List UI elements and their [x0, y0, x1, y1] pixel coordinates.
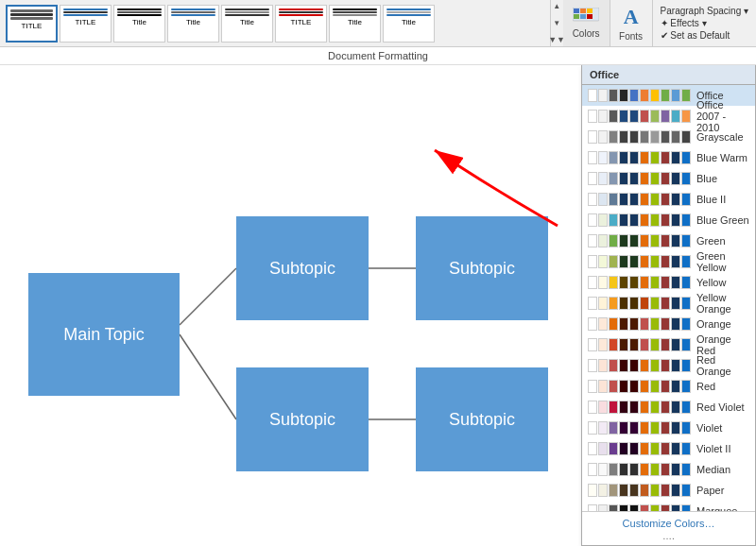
swatch-7-3	[619, 234, 628, 247]
swatch-16-3	[619, 421, 628, 435]
subtopic1-label: Subtopic	[269, 259, 335, 279]
swatch-1-6	[650, 110, 660, 123]
theme-name-19: Paper	[696, 485, 724, 496]
paragraph-spacing-btn[interactable]: Paragraph Spacing ▾	[661, 6, 748, 16]
colors-button[interactable]: Colors	[563, 0, 610, 46]
swatch-4-6	[650, 172, 660, 185]
theme-item-6[interactable]: Blue Green	[582, 210, 755, 230]
theme-item-1[interactable]: Office 2007 - 2010	[582, 106, 755, 127]
swatch-10-1	[598, 297, 608, 310]
theme-item-16[interactable]: Violet	[582, 418, 755, 438]
swatch-19-0	[588, 484, 597, 497]
swatch-1-5	[640, 110, 649, 123]
swatch-3-9	[681, 151, 691, 164]
theme-item-12[interactable]: Orange Red	[582, 334, 755, 355]
swatch-18-8	[671, 463, 680, 476]
theme-item-3[interactable]: Blue Warm	[582, 147, 755, 168]
swatch-18-3	[619, 463, 628, 476]
theme-item-15[interactable]: Red Violet	[582, 397, 755, 418]
swatch-13-3	[619, 359, 628, 372]
fonts-icon: A	[624, 5, 639, 29]
theme-item-4[interactable]: Blue	[582, 168, 755, 189]
swatch-8-8	[671, 255, 680, 268]
more-link[interactable]: ….	[590, 531, 747, 541]
swatch-19-5	[640, 484, 649, 497]
theme-item-20[interactable]: Marquee	[582, 501, 755, 511]
theme-item-11[interactable]: Orange	[582, 314, 755, 334]
style-item-5[interactable]: TITLE	[275, 5, 327, 43]
theme-item-18[interactable]: Median	[582, 459, 755, 480]
swatch-0-4	[629, 89, 639, 102]
theme-item-14[interactable]: Red	[582, 376, 755, 397]
swatch-19-3	[619, 484, 628, 497]
swatch-17-7	[661, 442, 670, 455]
swatch-7-2	[609, 234, 618, 247]
swatch-10-5	[640, 297, 649, 310]
swatch-0-7	[661, 89, 670, 102]
main-topic-box: Main Topic	[28, 273, 180, 396]
scroll-down-icon[interactable]: ▼	[553, 19, 560, 27]
swatch-11-4	[629, 317, 639, 331]
swatch-3-6	[650, 151, 660, 164]
theme-item-19[interactable]: Paper	[582, 480, 755, 501]
theme-name-18: Median	[696, 464, 730, 475]
swatch-14-0	[588, 380, 597, 393]
swatch-4-9	[681, 172, 691, 185]
toolbar: TITLETITLETitleTitleTitleTITLETitleTitle…	[0, 0, 756, 47]
scroll-arrows[interactable]: ▲ ▼ ▼▼	[550, 0, 563, 46]
color-swatches-19	[588, 484, 691, 497]
swatch-2-7	[661, 130, 670, 144]
color-swatches-17	[588, 442, 691, 455]
theme-item-17[interactable]: Violet II	[582, 438, 755, 459]
scroll-up-icon[interactable]: ▲	[553, 2, 560, 10]
fonts-button[interactable]: A Fonts	[610, 0, 652, 46]
style-item-7[interactable]: Title	[383, 5, 435, 43]
theme-name-3: Blue Warm	[696, 152, 747, 163]
theme-item-13[interactable]: Red Orange	[582, 355, 755, 376]
color-swatches-20	[588, 504, 691, 511]
swatch-3-5	[640, 151, 649, 164]
customize-colors-link[interactable]: Customize Colors…	[590, 516, 747, 531]
swatch-20-5	[640, 504, 649, 511]
swatch-5-5	[640, 193, 649, 206]
swatch-6-1	[598, 213, 608, 227]
swatch-1-0	[588, 110, 597, 123]
theme-item-7[interactable]: Green	[582, 230, 755, 251]
subtopic4-label: Subtopic	[449, 410, 515, 430]
theme-item-5[interactable]: Blue II	[582, 189, 755, 210]
swatch-15-4	[629, 401, 639, 414]
theme-name-11: Orange	[696, 318, 731, 330]
swatch-15-8	[671, 401, 680, 414]
svg-rect-4	[574, 14, 579, 19]
theme-list[interactable]: OfficeOffice 2007 - 2010GrayscaleBlue Wa…	[582, 85, 755, 511]
set-default-btn[interactable]: ✔ Set as Default	[661, 30, 748, 41]
swatch-0-8	[671, 89, 680, 102]
swatch-5-6	[650, 193, 660, 206]
swatch-7-9	[681, 234, 691, 247]
style-item-1[interactable]: TITLE	[60, 5, 112, 43]
swatch-10-9	[681, 297, 691, 310]
swatch-18-1	[598, 463, 608, 476]
swatch-7-0	[588, 234, 597, 247]
swatch-7-1	[598, 234, 608, 247]
swatch-1-4	[629, 110, 639, 123]
theme-name-15: Red Violet	[696, 401, 745, 413]
swatch-9-1	[598, 276, 608, 289]
style-item-2[interactable]: Title	[113, 5, 165, 43]
style-item-0[interactable]: TITLE	[6, 5, 58, 43]
theme-item-10[interactable]: Yellow Orange	[582, 293, 755, 314]
swatch-12-6	[650, 338, 660, 351]
theme-item-8[interactable]: Green Yellow	[582, 251, 755, 272]
swatch-6-0	[588, 213, 597, 227]
swatch-5-4	[629, 193, 639, 206]
swatch-6-4	[629, 213, 639, 227]
swatch-9-6	[650, 276, 660, 289]
effects-btn[interactable]: ✦ Effects ▾	[661, 18, 748, 28]
style-item-6[interactable]: Title	[329, 5, 381, 43]
theme-item-9[interactable]: Yellow	[582, 272, 755, 293]
style-item-3[interactable]: Title	[167, 5, 219, 43]
style-item-4[interactable]: Title	[221, 5, 273, 43]
swatch-0-3	[619, 89, 628, 102]
color-swatches-13	[588, 359, 691, 372]
swatch-20-2	[609, 504, 618, 511]
